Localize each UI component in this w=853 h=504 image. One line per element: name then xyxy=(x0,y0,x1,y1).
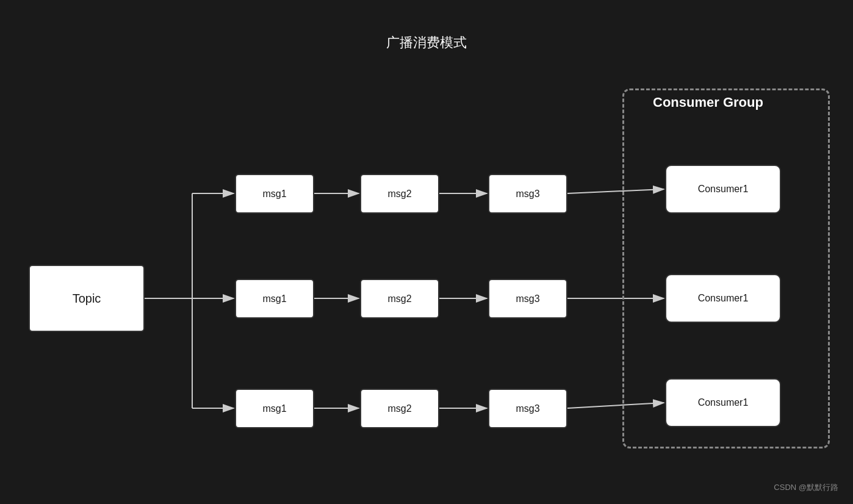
topic-label: Topic xyxy=(73,292,101,306)
row2-msg3-box: msg3 xyxy=(488,279,567,319)
consumer-group-title: Consumer Group xyxy=(653,95,763,110)
topic-box: Topic xyxy=(29,265,145,332)
consumer2-box: Consumer1 xyxy=(665,274,781,323)
row1-msg3-box: msg3 xyxy=(488,174,567,214)
row2-msg2-box: msg2 xyxy=(360,279,439,319)
diagram-canvas: 广播消费模式 xyxy=(0,0,853,504)
row3-msg2-label: msg2 xyxy=(387,403,411,414)
row2-msg2-label: msg2 xyxy=(387,293,411,304)
diagram-title: 广播消费模式 xyxy=(386,34,467,52)
row2-msg1-box: msg1 xyxy=(235,279,314,319)
consumer1-label: Consumer1 xyxy=(698,184,749,195)
row2-msg3-label: msg3 xyxy=(516,293,539,304)
consumer3-label: Consumer1 xyxy=(698,397,749,408)
row2-msg1-label: msg1 xyxy=(262,293,286,304)
row3-msg3-box: msg3 xyxy=(488,389,567,428)
row3-msg1-box: msg1 xyxy=(235,389,314,428)
row1-msg1-box: msg1 xyxy=(235,174,314,214)
row1-msg1-label: msg1 xyxy=(262,189,286,200)
row3-msg1-label: msg1 xyxy=(262,403,286,414)
consumer3-box: Consumer1 xyxy=(665,378,781,427)
row3-msg2-box: msg2 xyxy=(360,389,439,428)
row1-msg3-label: msg3 xyxy=(516,189,539,200)
row3-msg3-label: msg3 xyxy=(516,403,539,414)
row1-msg2-box: msg2 xyxy=(360,174,439,214)
watermark: CSDN @默默行路 xyxy=(774,482,838,493)
consumer1-box: Consumer1 xyxy=(665,165,781,214)
consumer2-label: Consumer1 xyxy=(698,293,749,304)
row1-msg2-label: msg2 xyxy=(387,189,411,200)
